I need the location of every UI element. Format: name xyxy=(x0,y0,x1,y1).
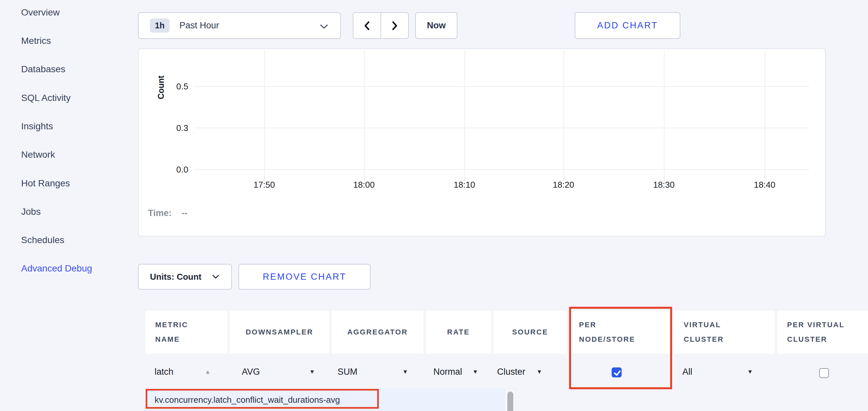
column-header-source: Source xyxy=(493,311,567,353)
sidebar-item-hot-ranges[interactable]: Hot Ranges xyxy=(21,178,70,189)
source-select[interactable]: Cluster xyxy=(497,367,526,377)
caret-down-icon[interactable]: ▼ xyxy=(309,369,315,375)
units-select[interactable]: Units: Count xyxy=(138,264,232,289)
x-tick-label: 18:00 xyxy=(341,180,387,190)
add-chart-button[interactable]: ADD CHART xyxy=(575,12,680,39)
virtual-cluster-select[interactable]: All xyxy=(682,367,692,377)
now-button[interactable]: Now xyxy=(415,12,458,39)
column-header-metric-name: Metric Name xyxy=(145,311,227,353)
y-tick-label: 0.0 xyxy=(159,165,188,175)
chevron-right-icon xyxy=(391,21,399,31)
x-tick-label: 17:50 xyxy=(241,180,287,190)
gridline-horizontal xyxy=(195,169,809,170)
caret-down-icon[interactable]: ▼ xyxy=(472,369,478,375)
gridline-vertical xyxy=(464,50,465,176)
remove-chart-button[interactable]: REMOVE CHART xyxy=(239,264,371,289)
time-label: Time: xyxy=(148,208,172,218)
column-header-per-node-store: Per Node/Store xyxy=(569,311,672,353)
sidebar-item-schedules[interactable]: Schedules xyxy=(21,235,64,245)
column-header-label: Per Virtual Cluster xyxy=(787,318,865,347)
units-select-label: Units: Count xyxy=(150,272,202,282)
chevron-down-icon xyxy=(320,24,328,29)
rate-select[interactable]: Normal xyxy=(433,367,462,377)
column-header-downsampler: Downsampler xyxy=(229,311,329,353)
gridline-vertical xyxy=(765,50,765,176)
chevron-down-icon xyxy=(212,274,219,279)
column-header-rate: Rate xyxy=(426,311,491,353)
sidebar-item-databases[interactable]: Databases xyxy=(21,64,65,74)
dropdown-scrollbar[interactable] xyxy=(505,389,515,411)
gridline-horizontal xyxy=(195,86,809,87)
x-tick-label: 18:10 xyxy=(441,180,488,190)
column-header-per-virtual-cluster: Per Virtual Cluster xyxy=(777,311,868,353)
aggregator-select[interactable]: SUM xyxy=(338,367,358,377)
hover-time-readout: Time:-- xyxy=(148,208,188,218)
chevron-left-icon xyxy=(363,21,371,31)
caret-up-icon[interactable]: ▲ xyxy=(205,369,211,375)
time-next-button[interactable] xyxy=(380,12,409,39)
sidebar-item-insights[interactable]: Insights xyxy=(21,121,53,132)
caret-down-icon[interactable]: ▼ xyxy=(536,369,542,375)
suggestion-item[interactable]: kv.concurrency.latch_conflict_wait_durat… xyxy=(155,388,340,411)
caret-down-icon[interactable]: ▼ xyxy=(402,369,408,375)
gridline-horizontal xyxy=(195,128,809,128)
column-header-virtual-cluster: Virtual Cluster xyxy=(674,311,775,353)
advanced-debug-custom-chart-page: Overview Metrics Databases SQL Activity … xyxy=(0,0,868,411)
column-header-aggregator: Aggregator xyxy=(332,311,424,353)
column-header-label: Per Node/Store xyxy=(579,318,650,347)
per-virtual-cluster-checkbox[interactable] xyxy=(819,368,829,378)
time-range-badge: 1h xyxy=(150,19,169,33)
column-header-label: Virtual Cluster xyxy=(684,318,738,347)
metric-name-input[interactable]: latch xyxy=(155,367,174,377)
x-tick-label: 18:30 xyxy=(641,180,687,190)
time-range-selector[interactable]: 1h Past Hour xyxy=(138,12,341,39)
time-value: -- xyxy=(182,208,188,218)
per-node-store-checkbox[interactable] xyxy=(612,368,622,377)
sidebar-item-metrics[interactable]: Metrics xyxy=(21,36,51,46)
column-header-label: Aggregator xyxy=(347,325,408,339)
downsampler-select[interactable]: AVG xyxy=(242,367,260,377)
time-prev-button[interactable] xyxy=(353,12,381,39)
gridline-vertical xyxy=(364,50,365,176)
gridline-vertical xyxy=(264,50,265,176)
y-tick-label: 0.5 xyxy=(159,81,188,92)
x-tick-label: 18:20 xyxy=(540,180,587,190)
column-header-label: Source xyxy=(512,325,548,339)
metric-suggestions-dropdown: kv.concurrency.latch_conflict_wait_durat… xyxy=(145,388,516,411)
y-tick-label: 0.3 xyxy=(159,123,188,133)
sidebar-item-jobs[interactable]: Jobs xyxy=(21,206,41,217)
column-header-label: Rate xyxy=(447,325,470,339)
sidebar-item-network[interactable]: Network xyxy=(21,149,55,160)
sidebar-item-overview[interactable]: Overview xyxy=(21,7,60,18)
time-range-label: Past Hour xyxy=(179,21,219,31)
column-header-label: Downsampler xyxy=(246,325,313,339)
column-header-label: Metric Name xyxy=(155,318,202,347)
sidebar-item-advanced-debug[interactable]: Advanced Debug xyxy=(21,263,92,274)
scrollbar-thumb[interactable] xyxy=(507,391,513,411)
caret-down-icon[interactable]: ▼ xyxy=(747,369,753,375)
gridline-vertical xyxy=(563,50,564,176)
sidebar-item-sql-activity[interactable]: SQL Activity xyxy=(21,93,71,103)
gridline-vertical xyxy=(664,50,664,176)
x-tick-label: 18:40 xyxy=(742,180,788,190)
custom-chart-panel: Count 0.5 0.3 0.0 17:50 18:00 18:10 18:2… xyxy=(138,48,826,237)
